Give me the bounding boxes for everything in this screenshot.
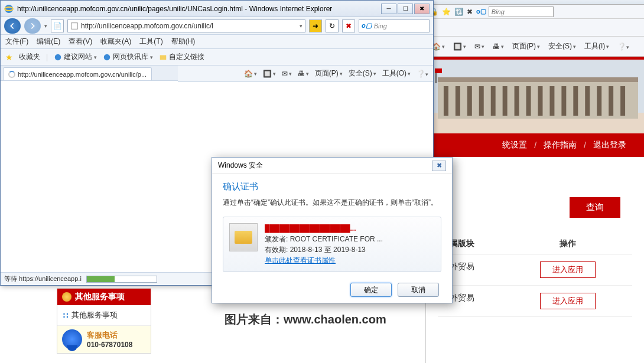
progress-fill: [87, 276, 115, 282]
menu-file[interactable]: 文件(F): [5, 37, 28, 47]
watermark-text: 图片来自：www.chaolen.com: [225, 312, 386, 328]
favorites-label[interactable]: 收藏夹: [19, 52, 40, 62]
mail-icon[interactable]: ✉▾: [474, 42, 484, 51]
back-search-box[interactable]: o▢: [476, 6, 554, 17]
page-menu[interactable]: 页面(P) ▾: [315, 68, 343, 79]
feed-icon[interactable]: 🔲▾: [453, 42, 466, 51]
menu-tools[interactable]: 工具(T): [139, 37, 162, 47]
suggested-sites[interactable]: 建议网站 ▾: [54, 52, 97, 62]
refresh-icon[interactable]: 🔃: [454, 8, 463, 16]
menu-help[interactable]: 帮助(H): [171, 37, 196, 47]
favorites-star-icon[interactable]: ★: [5, 53, 13, 62]
enter-app-button[interactable]: 进入应用: [540, 261, 596, 278]
phone-box: 客服电话 010-67870108: [57, 325, 151, 353]
print-icon[interactable]: 🖶▾: [298, 70, 309, 78]
svg-rect-19: [620, 86, 625, 116]
window-title: http://unilicenceapp.mofcom.gov.cn/unili…: [17, 5, 381, 13]
feed-icon[interactable]: 🔲▾: [263, 70, 276, 78]
outlook-icon: o▢: [476, 8, 486, 15]
phone-icon: [62, 329, 82, 349]
help-icon[interactable]: ❔▾: [617, 42, 629, 51]
refresh-button[interactable]: ↻: [326, 19, 339, 32]
sidebar-title: 其他服务事项: [75, 292, 125, 302]
nav-settings[interactable]: 统设置: [502, 140, 527, 151]
dialog-close-button[interactable]: ✖: [432, 161, 446, 171]
ie-titlebar[interactable]: http://unilicenceapp.mofcom.gov.cn/unili…: [1, 1, 433, 17]
back-search-input[interactable]: [489, 6, 554, 17]
menu-edit[interactable]: 编辑(E): [37, 37, 60, 47]
cert-name-redacted: █████████████████...: [265, 223, 383, 234]
dialog-title: Windows 安全: [218, 161, 263, 171]
svg-rect-3: [438, 77, 638, 82]
dialog-titlebar[interactable]: Windows 安全 ✖: [212, 158, 452, 174]
ie-navigation-bar: ▾ 📄 http://unilicenceapp.mofcom.gov.cn/u…: [1, 17, 433, 35]
back-safety-menu[interactable]: 安全(S) ▾: [548, 41, 576, 51]
back-page-menu[interactable]: 页面(P) ▾: [512, 41, 540, 51]
enter-app-button[interactable]: 进入应用: [540, 293, 596, 309]
dialog-heading: 确认证书: [223, 181, 441, 192]
svg-point-22: [5, 5, 13, 13]
search-box[interactable]: o▢ Bing: [359, 19, 430, 32]
background-browser-window: 🔒 ⭐ 🔃 ✖ o▢ 🏠▾ 🔲▾ ✉▾ 🖶▾ 页面(P) ▾ 安全(S) ▾ 工…: [425, 0, 644, 363]
safety-menu[interactable]: 安全(S) ▾: [349, 68, 376, 79]
view-cert-link[interactable]: 单击此处查看证书属性: [265, 255, 383, 266]
ie-icon: [54, 53, 62, 61]
home-icon[interactable]: 🏠▾: [244, 70, 257, 78]
custom-links[interactable]: 自定义链接: [159, 52, 204, 62]
svg-rect-6: [467, 86, 472, 116]
browser-tab[interactable]: http://unilicenceapp.mofcom.gov.cn/unili…: [3, 67, 152, 80]
back-main-area: 查询 属版块 操作 外贸易 进入应用 外贸易 进入应用: [426, 157, 644, 329]
ie-logo-icon: [4, 4, 14, 14]
medal-icon: [62, 292, 71, 302]
svg-rect-4: [444, 86, 448, 116]
stop-button[interactable]: ✖: [342, 19, 355, 32]
certificate-box[interactable]: █████████████████... 颁发者: ROOT CERTIFICA…: [223, 217, 441, 272]
back-button[interactable]: [4, 18, 21, 34]
query-button[interactable]: 查询: [570, 197, 620, 218]
address-text: http://unilicenceapp.mofcom.gov.cn/unili…: [81, 22, 213, 30]
validity-label: 有效期:: [265, 246, 288, 254]
compat-view-icon[interactable]: 📄: [51, 19, 64, 32]
address-bar[interactable]: http://unilicenceapp.mofcom.gov.cn/unili…: [67, 19, 305, 32]
mail-icon[interactable]: ✉▾: [282, 70, 292, 78]
svg-rect-17: [597, 86, 601, 116]
help-icon[interactable]: ❔▾: [417, 70, 428, 78]
close-button[interactable]: ✖: [414, 4, 430, 14]
sidebar-item[interactable]: ∷ 其他服务事项: [57, 305, 151, 325]
svg-rect-12: [538, 86, 542, 116]
th-action: 操作: [509, 238, 627, 249]
maximize-button[interactable]: ☐: [398, 4, 413, 14]
certificate-info: █████████████████... 颁发者: ROOT CERTIFICA…: [265, 223, 383, 266]
forward-button[interactable]: [24, 18, 41, 34]
svg-rect-21: [435, 68, 442, 73]
table-header: 属版块 操作: [438, 234, 632, 254]
nav-sep: /: [534, 140, 536, 150]
svg-point-25: [55, 54, 61, 60]
menu-view[interactable]: 查看(V): [69, 37, 92, 47]
print-icon[interactable]: 🖶▾: [493, 42, 504, 51]
grid-icon: ∷: [63, 311, 68, 320]
svg-rect-9: [503, 86, 508, 116]
loading-spinner-icon: [8, 71, 15, 78]
minimize-button[interactable]: ─: [381, 4, 396, 14]
svg-rect-13: [549, 86, 554, 116]
back-content: 统设置 / 操作指南 / 退出登录 查询 属版块 操作 外贸易 进入应用 外贸易…: [426, 57, 644, 329]
menu-favorites[interactable]: 收藏夹(A): [100, 37, 131, 47]
nav-history-dropdown[interactable]: ▾: [44, 23, 47, 29]
ok-button[interactable]: 确定: [350, 283, 392, 297]
nav-logout[interactable]: 退出登录: [593, 140, 626, 151]
back-tools-menu[interactable]: 工具(I) ▾: [584, 41, 609, 51]
tools-menu[interactable]: 工具(O) ▾: [382, 68, 411, 79]
address-dropdown-icon[interactable]: ▾: [300, 23, 303, 29]
phone-label: 客服电话: [87, 330, 132, 341]
home-icon[interactable]: 🏠▾: [432, 42, 445, 51]
ie-icon: [103, 53, 111, 61]
back-titlebar: [426, 0, 644, 5]
svg-rect-7: [479, 86, 484, 116]
nav-guide[interactable]: 操作指南: [544, 140, 577, 151]
stop-icon[interactable]: ✖: [467, 8, 473, 16]
back-spacer: [426, 19, 644, 37]
cancel-button[interactable]: 取消: [398, 283, 439, 297]
web-slices[interactable]: 网页快讯库 ▾: [103, 52, 153, 62]
go-button[interactable]: ➜: [309, 19, 322, 32]
